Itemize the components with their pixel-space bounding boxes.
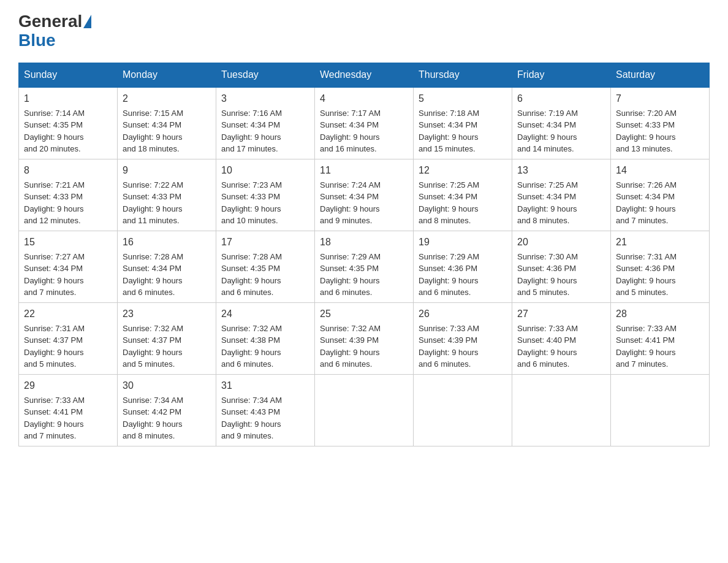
- day-number: 24: [221, 307, 309, 321]
- day-number: 17: [221, 235, 309, 250]
- day-number: 3: [221, 91, 309, 106]
- calendar-cell: 3Sunrise: 7:16 AMSunset: 4:34 PMDaylight…: [216, 87, 315, 159]
- day-info: Sunrise: 7:34 AMSunset: 4:43 PMDaylight:…: [221, 396, 282, 441]
- calendar-cell: 21Sunrise: 7:31 AMSunset: 4:36 PMDayligh…: [611, 231, 710, 302]
- weekday-header-saturday: Saturday: [611, 63, 710, 87]
- page-header: General Blue: [18, 12, 710, 50]
- day-info: Sunrise: 7:29 AMSunset: 4:35 PMDaylight:…: [320, 252, 381, 297]
- day-number: 30: [123, 378, 211, 393]
- day-number: 21: [616, 235, 704, 250]
- day-number: 10: [221, 163, 309, 178]
- calendar-cell: 24Sunrise: 7:32 AMSunset: 4:38 PMDayligh…: [216, 302, 315, 374]
- day-info: Sunrise: 7:25 AMSunset: 4:34 PMDaylight:…: [419, 180, 479, 226]
- day-info: Sunrise: 7:14 AMSunset: 4:35 PMDaylight:…: [24, 109, 85, 154]
- logo-bottom-line: Blue: [18, 31, 56, 50]
- day-number: 9: [123, 163, 211, 178]
- calendar-cell: 12Sunrise: 7:25 AMSunset: 4:34 PMDayligh…: [414, 159, 512, 231]
- week-row-3: 15Sunrise: 7:27 AMSunset: 4:34 PMDayligh…: [19, 231, 710, 302]
- day-info: Sunrise: 7:22 AMSunset: 4:33 PMDaylight:…: [123, 180, 183, 226]
- calendar-cell: 13Sunrise: 7:25 AMSunset: 4:34 PMDayligh…: [512, 159, 611, 231]
- day-info: Sunrise: 7:25 AMSunset: 4:34 PMDaylight:…: [517, 180, 578, 226]
- calendar-cell: 4Sunrise: 7:17 AMSunset: 4:34 PMDaylight…: [315, 87, 414, 159]
- week-row-5: 29Sunrise: 7:33 AMSunset: 4:41 PMDayligh…: [19, 374, 710, 446]
- day-info: Sunrise: 7:18 AMSunset: 4:34 PMDaylight:…: [419, 109, 479, 154]
- day-number: 14: [616, 163, 704, 178]
- calendar-cell: 27Sunrise: 7:33 AMSunset: 4:40 PMDayligh…: [512, 302, 611, 374]
- day-number: 16: [123, 235, 211, 250]
- day-info: Sunrise: 7:19 AMSunset: 4:34 PMDaylight:…: [517, 109, 578, 154]
- day-info: Sunrise: 7:32 AMSunset: 4:37 PMDaylight:…: [123, 324, 183, 369]
- day-number: 13: [517, 163, 605, 178]
- logo-top-line: General: [18, 12, 93, 31]
- calendar-cell: 11Sunrise: 7:24 AMSunset: 4:34 PMDayligh…: [315, 159, 414, 231]
- calendar-cell: 8Sunrise: 7:21 AMSunset: 4:33 PMDaylight…: [19, 159, 118, 231]
- day-number: 28: [616, 307, 704, 321]
- weekday-header-row: SundayMondayTuesdayWednesdayThursdayFrid…: [19, 63, 710, 87]
- weekday-header-tuesday: Tuesday: [216, 63, 315, 87]
- day-info: Sunrise: 7:21 AMSunset: 4:33 PMDaylight:…: [24, 180, 85, 226]
- calendar-cell: 29Sunrise: 7:33 AMSunset: 4:41 PMDayligh…: [19, 374, 118, 446]
- calendar-cell: 7Sunrise: 7:20 AMSunset: 4:33 PMDaylight…: [611, 87, 710, 159]
- calendar-cell: 25Sunrise: 7:32 AMSunset: 4:39 PMDayligh…: [315, 302, 414, 374]
- weekday-header-thursday: Thursday: [414, 63, 512, 87]
- day-number: 25: [320, 307, 408, 321]
- day-number: 20: [517, 235, 605, 250]
- day-number: 1: [24, 91, 112, 106]
- day-info: Sunrise: 7:23 AMSunset: 4:33 PMDaylight:…: [221, 180, 282, 226]
- day-number: 26: [419, 307, 507, 321]
- calendar-cell: 26Sunrise: 7:33 AMSunset: 4:39 PMDayligh…: [414, 302, 512, 374]
- calendar-cell: 31Sunrise: 7:34 AMSunset: 4:43 PMDayligh…: [216, 374, 315, 446]
- calendar-cell: [512, 374, 611, 446]
- day-number: 31: [221, 378, 309, 393]
- calendar-cell: [611, 374, 710, 446]
- day-info: Sunrise: 7:16 AMSunset: 4:34 PMDaylight:…: [221, 109, 282, 154]
- calendar-cell: 14Sunrise: 7:26 AMSunset: 4:34 PMDayligh…: [611, 159, 710, 231]
- day-info: Sunrise: 7:33 AMSunset: 4:39 PMDaylight:…: [419, 324, 479, 369]
- day-info: Sunrise: 7:33 AMSunset: 4:41 PMDaylight:…: [24, 396, 85, 441]
- weekday-header-sunday: Sunday: [19, 63, 118, 87]
- calendar-cell: 6Sunrise: 7:19 AMSunset: 4:34 PMDaylight…: [512, 87, 611, 159]
- day-number: 11: [320, 163, 408, 178]
- day-number: 15: [24, 235, 112, 250]
- day-info: Sunrise: 7:15 AMSunset: 4:34 PMDaylight:…: [123, 109, 183, 154]
- day-info: Sunrise: 7:28 AMSunset: 4:34 PMDaylight:…: [123, 252, 183, 297]
- day-info: Sunrise: 7:28 AMSunset: 4:35 PMDaylight:…: [221, 252, 282, 297]
- week-row-2: 8Sunrise: 7:21 AMSunset: 4:33 PMDaylight…: [19, 159, 710, 231]
- logo-triangle-icon: [83, 15, 91, 28]
- day-number: 5: [419, 91, 507, 106]
- day-number: 4: [320, 91, 408, 106]
- day-info: Sunrise: 7:30 AMSunset: 4:36 PMDaylight:…: [517, 252, 578, 297]
- calendar-cell: 20Sunrise: 7:30 AMSunset: 4:36 PMDayligh…: [512, 231, 611, 302]
- day-info: Sunrise: 7:33 AMSunset: 4:40 PMDaylight:…: [517, 324, 578, 369]
- calendar-body: 1Sunrise: 7:14 AMSunset: 4:35 PMDaylight…: [19, 87, 710, 446]
- week-row-1: 1Sunrise: 7:14 AMSunset: 4:35 PMDaylight…: [19, 87, 710, 159]
- week-row-4: 22Sunrise: 7:31 AMSunset: 4:37 PMDayligh…: [19, 302, 710, 374]
- day-number: 12: [419, 163, 507, 178]
- calendar-cell: 9Sunrise: 7:22 AMSunset: 4:33 PMDaylight…: [118, 159, 216, 231]
- day-number: 23: [123, 307, 211, 321]
- calendar-header: SundayMondayTuesdayWednesdayThursdayFrid…: [19, 63, 710, 87]
- calendar-cell: 28Sunrise: 7:33 AMSunset: 4:41 PMDayligh…: [611, 302, 710, 374]
- weekday-header-monday: Monday: [118, 63, 216, 87]
- logo: General Blue: [18, 12, 93, 50]
- calendar-cell: 5Sunrise: 7:18 AMSunset: 4:34 PMDaylight…: [414, 87, 512, 159]
- day-number: 22: [24, 307, 112, 321]
- calendar-cell: 17Sunrise: 7:28 AMSunset: 4:35 PMDayligh…: [216, 231, 315, 302]
- day-number: 19: [419, 235, 507, 250]
- calendar-cell: 23Sunrise: 7:32 AMSunset: 4:37 PMDayligh…: [118, 302, 216, 374]
- day-number: 7: [616, 91, 704, 106]
- day-info: Sunrise: 7:31 AMSunset: 4:36 PMDaylight:…: [616, 252, 677, 297]
- calendar-table: SundayMondayTuesdayWednesdayThursdayFrid…: [18, 63, 710, 446]
- day-info: Sunrise: 7:26 AMSunset: 4:34 PMDaylight:…: [616, 180, 677, 226]
- calendar-cell: 10Sunrise: 7:23 AMSunset: 4:33 PMDayligh…: [216, 159, 315, 231]
- calendar-cell: 18Sunrise: 7:29 AMSunset: 4:35 PMDayligh…: [315, 231, 414, 302]
- day-number: 2: [123, 91, 211, 106]
- calendar-cell: 22Sunrise: 7:31 AMSunset: 4:37 PMDayligh…: [19, 302, 118, 374]
- calendar-cell: 30Sunrise: 7:34 AMSunset: 4:42 PMDayligh…: [118, 374, 216, 446]
- logo-general: General: [18, 12, 82, 31]
- day-info: Sunrise: 7:27 AMSunset: 4:34 PMDaylight:…: [24, 252, 85, 297]
- day-info: Sunrise: 7:20 AMSunset: 4:33 PMDaylight:…: [616, 109, 677, 154]
- day-number: 8: [24, 163, 112, 178]
- calendar-cell: 16Sunrise: 7:28 AMSunset: 4:34 PMDayligh…: [118, 231, 216, 302]
- weekday-header-friday: Friday: [512, 63, 611, 87]
